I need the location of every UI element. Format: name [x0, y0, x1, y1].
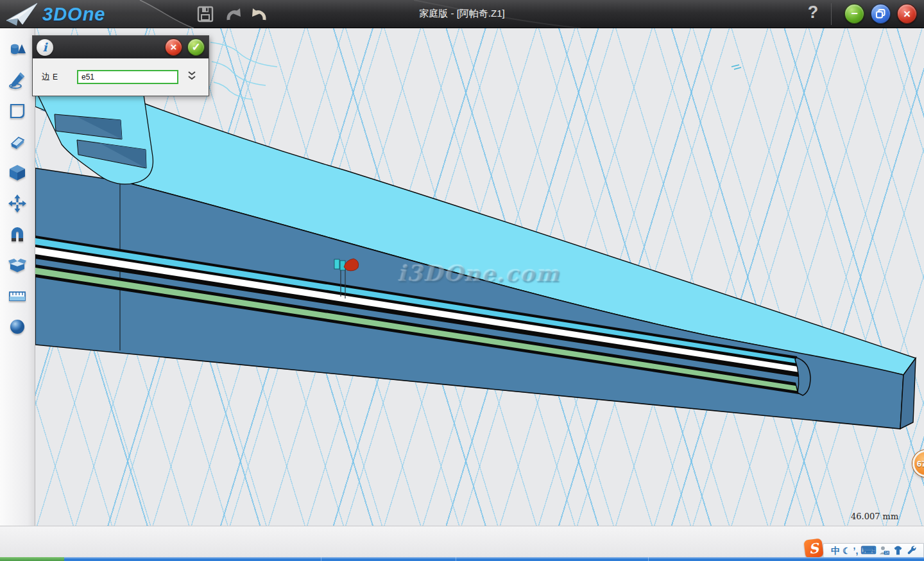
- info-icon: i: [37, 39, 53, 56]
- punctuation-icon[interactable]: ’,: [853, 544, 859, 557]
- keyboard-icon[interactable]: ⌨: [860, 544, 877, 557]
- close-icon: ×: [903, 7, 911, 21]
- measurement-readout: 46.007 mm: [851, 512, 898, 521]
- taskbar-start-segment[interactable]: [0, 557, 64, 561]
- cancel-icon: ×: [171, 41, 177, 54]
- user-count-icon[interactable]: 14: [879, 545, 890, 556]
- window-title: 家庭版 - [阿帕奇.Z1]: [0, 8, 924, 20]
- dialog-body: 边 E: [33, 58, 209, 96]
- expand-chevrons-icon[interactable]: [187, 71, 196, 83]
- edge-input[interactable]: [77, 70, 178, 84]
- restore-icon: [876, 9, 886, 19]
- info-glyph: i: [43, 40, 47, 54]
- sogou-icon[interactable]: S: [803, 538, 823, 558]
- viewport[interactable]: i3DOne.com 46.007 mm 67: [35, 28, 924, 526]
- close-button[interactable]: ×: [897, 4, 917, 24]
- measure-ruler-icon[interactable]: [8, 286, 27, 306]
- sogou-letter: S: [808, 540, 819, 557]
- assembly-box-icon[interactable]: [8, 255, 27, 275]
- taskbar-divider: [321, 557, 321, 561]
- taskbar-divider: [456, 557, 456, 561]
- minimize-icon: −: [851, 7, 858, 21]
- view-toolbar: P 边: [0, 526, 924, 557]
- primitives-icon[interactable]: [8, 40, 27, 59]
- taskbar-shine: [64, 557, 924, 558]
- svg-text:14: 14: [885, 551, 889, 555]
- magnet-icon[interactable]: [8, 225, 27, 244]
- chinese-mode-icon[interactable]: 中: [831, 544, 840, 557]
- titlebar-separator: [831, 3, 832, 25]
- taskbar-divider: [648, 557, 649, 561]
- ok-check-icon: ✓: [191, 40, 200, 54]
- sidebar-toolbar: [0, 28, 35, 526]
- sketch-draw-icon[interactable]: [8, 71, 27, 90]
- settings-wrench-icon[interactable]: [906, 545, 917, 556]
- restore-button[interactable]: [871, 4, 891, 24]
- titlebar: 3DOne 家庭版 - [阿帕奇.Z1] ? − ×: [0, 0, 924, 28]
- help-button[interactable]: ?: [802, 3, 824, 26]
- eraser-icon[interactable]: [8, 132, 27, 151]
- sketch-curves: [210, 42, 741, 99]
- scene-layer: i3DOne.com 46.007 mm 67: [35, 28, 924, 526]
- minimize-button[interactable]: −: [844, 4, 864, 24]
- dialog-cancel-button[interactable]: ×: [165, 39, 182, 56]
- skin-shirt-icon[interactable]: [893, 545, 903, 556]
- sketch-plane-icon[interactable]: [8, 101, 27, 121]
- edge-field-label: 边: [42, 71, 50, 83]
- feature-cube-icon[interactable]: [8, 163, 27, 182]
- move-icon[interactable]: [8, 194, 27, 213]
- ime-toolbar: 中 ☾ ’, ⌨ 14: [823, 543, 924, 558]
- dialog-titlebar[interactable]: i × ✓: [33, 36, 209, 58]
- edge-field-tag: E: [53, 73, 58, 82]
- os-taskbar-strip[interactable]: [0, 557, 924, 561]
- dialog-ok-button[interactable]: ✓: [187, 39, 205, 56]
- badge-count: 67: [917, 459, 924, 469]
- material-sphere-icon[interactable]: [8, 317, 27, 336]
- watermark: i3DOne.com: [398, 261, 560, 286]
- edge-input-dialog: i × ✓ 边 E: [32, 35, 209, 96]
- help-icon: ?: [808, 3, 819, 22]
- moon-icon[interactable]: ☾: [843, 544, 851, 557]
